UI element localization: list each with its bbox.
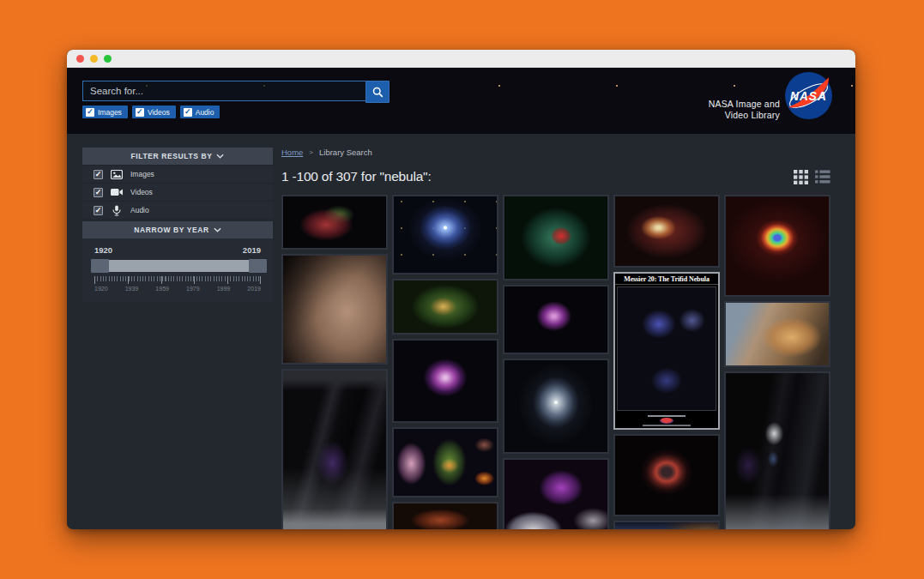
result-thumbnail-horsehead-nebula[interactable] (281, 254, 388, 365)
year-range-slider[interactable] (94, 259, 261, 274)
grid-view-icon (794, 170, 808, 184)
window-titlebar (67, 50, 855, 68)
result-thumbnail-carina-nebula[interactable] (724, 301, 830, 367)
breadcrumb-separator: > (309, 148, 313, 156)
sidebar-item-videos[interactable]: ✓ Videos (82, 183, 273, 201)
breadcrumb-current: Library Search (319, 148, 372, 157)
result-thumbnail-nebula-composite-panels[interactable] (392, 427, 498, 498)
narrow-by-year-label: NARROW BY YEAR (134, 226, 208, 234)
site-title-line2: Video Library (709, 110, 780, 121)
zoom-button[interactable] (104, 55, 112, 63)
year-range-panel: 1920 2019 1920 19 (82, 238, 273, 302)
poster-logo-icon (660, 418, 673, 424)
poster-starfield (617, 286, 716, 411)
result-thumbnail-blue-orange-nebula[interactable] (613, 521, 720, 529)
chevron-down-icon (216, 154, 224, 159)
list-view-button[interactable] (815, 170, 830, 184)
slider-min-handle[interactable] (91, 259, 109, 273)
close-button[interactable] (76, 55, 84, 63)
audio-checkbox[interactable]: ✓ (184, 108, 192, 117)
search-icon (371, 86, 384, 99)
videos-pill-label: Videos (148, 108, 170, 117)
media-type-pills: ✓ Images ✓ Videos ✓ Audio (82, 106, 390, 118)
breadcrumb-home-link[interactable]: Home (281, 148, 303, 157)
image-icon (111, 169, 123, 179)
images-filter-pill[interactable]: ✓ Images (82, 106, 128, 118)
videos-filter-pill[interactable]: ✓ Videos (132, 106, 176, 118)
audio-sidebar-checkbox[interactable]: ✓ (94, 206, 103, 215)
breadcrumb: Home > Library Search (281, 148, 830, 157)
sidebar-audio-label: Audio (130, 206, 149, 214)
minimize-button[interactable] (90, 55, 98, 63)
search-input[interactable] (82, 81, 365, 101)
slider-max-handle[interactable] (249, 259, 267, 273)
result-thumbnail-server-room-technician[interactable] (724, 371, 830, 529)
sidebar-videos-label: Videos (130, 188, 153, 196)
list-view-icon (815, 170, 830, 184)
year-min-value: 1920 (94, 245, 112, 255)
videos-checkbox[interactable]: ✓ (136, 108, 144, 117)
browser-window: ✓ Images ✓ Videos ✓ Audio NASA Image and… (67, 50, 855, 529)
result-thumbnail-trifid-region-nebula[interactable] (613, 195, 720, 268)
sidebar-images-label: Images (130, 170, 154, 178)
svg-text:NASA: NASA (790, 90, 827, 103)
result-thumbnail-rust-nebula[interactable] (392, 502, 498, 529)
result-thumbnail-red-green-nebula[interactable] (281, 195, 388, 250)
site-title-line1: NASA Image and (709, 99, 780, 110)
poster-footer (615, 413, 718, 428)
year-max-value: 2019 (243, 245, 261, 255)
filter-results-header[interactable]: FILTER RESULTS BY (82, 148, 273, 165)
audio-filter-pill[interactable]: ✓ Audio (180, 106, 220, 118)
nasa-logo-icon[interactable]: NASA (784, 71, 833, 120)
result-thumbnail-cats-eye-nebula[interactable] (503, 359, 609, 454)
narrow-by-year-header[interactable]: NARROW BY YEAR (82, 221, 273, 238)
year-ruler (94, 276, 261, 284)
grid-view-button[interactable] (794, 170, 808, 184)
sidebar-item-audio[interactable]: ✓ Audio (82, 201, 273, 219)
video-icon (111, 187, 123, 197)
filter-results-label: FILTER RESULTS BY (131, 152, 213, 160)
filters-sidebar: FILTER RESULTS BY ✓ Images ✓ (82, 148, 273, 302)
result-thumbnail-crab-nebula[interactable] (392, 339, 498, 423)
audio-pill-label: Audio (196, 108, 214, 117)
result-thumbnail-ring-nebula[interactable] (724, 195, 830, 297)
result-thumbnail-purple-starfield-nebula[interactable] (503, 458, 609, 529)
search-button[interactable] (365, 81, 390, 103)
images-sidebar-checkbox[interactable]: ✓ (94, 170, 103, 179)
images-pill-label: Images (98, 108, 122, 117)
microphone-icon (111, 205, 123, 215)
result-thumbnail-helix-eye-nebula[interactable] (392, 195, 498, 274)
result-thumbnail-messier20-poster[interactable]: Messier 20: The Trifid Nebula (613, 272, 720, 430)
slider-track[interactable] (94, 260, 261, 272)
result-thumbnail-supercomputer-corridor[interactable] (281, 369, 388, 529)
year-tick-labels: 1920 1939 1959 1979 1999 2019 (94, 286, 261, 292)
result-thumbnail-magenta-nebula[interactable] (503, 285, 609, 354)
result-thumbnail-green-nebula[interactable] (392, 279, 498, 335)
results-main: Home > Library Search 1 -100 of 307 for … (281, 148, 830, 529)
poster-title: Messier 20: The Trifid Nebula (615, 274, 718, 285)
result-thumbnail-rosette-nebula[interactable] (613, 434, 720, 516)
sidebar-item-images[interactable]: ✓ Images (82, 165, 273, 183)
results-summary: 1 -100 of 307 for "nebula": (281, 169, 432, 184)
site-title: NASA Image and Video Library (709, 99, 780, 121)
result-thumbnail-green-helix-nebula[interactable] (503, 195, 609, 280)
chevron-down-icon (214, 227, 221, 232)
site-header: ✓ Images ✓ Videos ✓ Audio NASA Image and… (67, 68, 855, 134)
videos-sidebar-checkbox[interactable]: ✓ (94, 188, 103, 197)
images-checkbox[interactable]: ✓ (86, 108, 94, 117)
results-grid: Messier 20: The Trifid Nebula (281, 195, 830, 529)
